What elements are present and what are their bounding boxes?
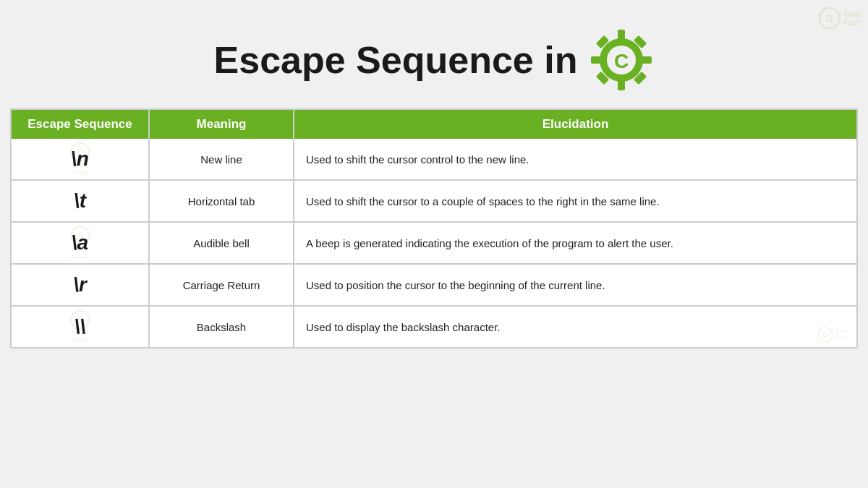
cell-meaning-1: Horizontal tab <box>149 180 294 222</box>
header-col3: Elucidation <box>294 110 856 139</box>
svg-rect-3 <box>618 30 625 41</box>
svg-rect-4 <box>618 79 625 90</box>
watermark-header: D Data Flair <box>819 7 861 29</box>
cell-sequence-2: \aDDataFlair <box>12 222 149 264</box>
header: Escape Sequence in <box>0 0 868 108</box>
svg-rect-5 <box>591 56 603 64</box>
escape-sequence-table: Escape Sequence Meaning Elucidation \nDD… <box>12 110 856 347</box>
svg-rect-6 <box>640 56 652 64</box>
table-row: \aDDataFlairAudible bellA beep is genera… <box>12 222 856 264</box>
cell-meaning-4: Backslash <box>149 306 294 347</box>
cell-sequence-1: \t <box>12 180 149 222</box>
cell-elucidation-0: Used to shift the cursor control to the … <box>294 139 856 180</box>
cell-elucidation-3: Used to position the cursor to the begin… <box>294 264 856 306</box>
header-col2: Meaning <box>149 110 294 139</box>
cell-meaning-2: Audible bell <box>149 222 294 264</box>
cell-elucidation-4: Used to display the backslash character.… <box>294 306 856 347</box>
page-title: Escape Sequence in <box>14 20 854 93</box>
cell-elucidation-1: Used to shift the cursor to a couple of … <box>294 180 856 222</box>
svg-text:D: D <box>822 331 827 339</box>
table-row: \rCarriage ReturnUsed to position the cu… <box>12 264 856 306</box>
c-gear-icon: C <box>589 27 654 93</box>
cell-sequence-4: \\DDataFlair <box>12 306 149 347</box>
svg-text:C: C <box>614 50 629 72</box>
table-row: \nDDataFlairNew lineUsed to shift the cu… <box>12 139 856 180</box>
svg-point-15 <box>818 328 833 342</box>
cell-meaning-0: New line <box>149 139 294 180</box>
cell-sequence-3: \r <box>12 264 149 306</box>
table-container: Escape Sequence Meaning Elucidation \nDD… <box>10 108 858 348</box>
cell-sequence-0: \nDDataFlair <box>12 139 149 180</box>
cell-elucidation-2: A beep is generated indicating the execu… <box>294 222 856 264</box>
table-row: \tHorizontal tabUsed to shift the cursor… <box>12 180 856 222</box>
header-col1: Escape Sequence <box>12 110 149 139</box>
title-text: Escape Sequence in <box>214 38 578 82</box>
svg-text:D: D <box>826 13 833 24</box>
table-row: \\DDataFlairBackslashUsed to display the… <box>12 306 856 347</box>
cell-meaning-3: Carriage Return <box>149 264 294 306</box>
table-header-row: Escape Sequence Meaning Elucidation <box>12 110 856 139</box>
